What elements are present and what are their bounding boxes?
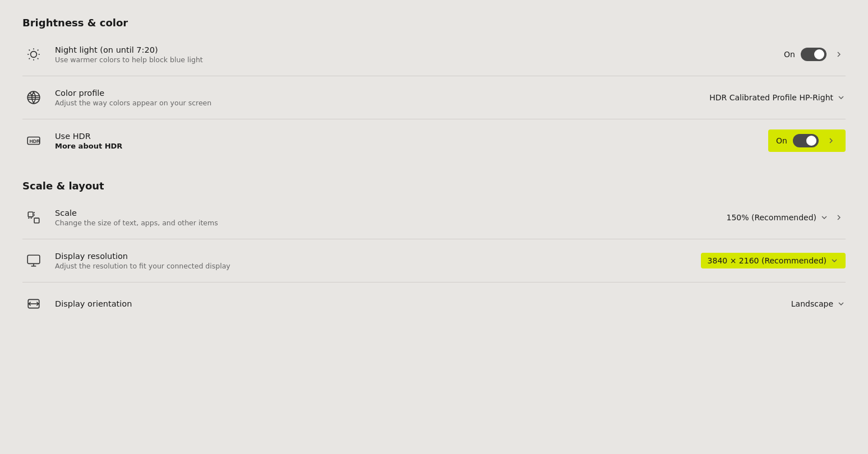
display-orientation-arrow[interactable] xyxy=(837,299,846,308)
brightness-color-title: Brightness & color xyxy=(22,17,846,29)
color-profile-item: Color profile Adjust the way colors appe… xyxy=(22,76,846,119)
hdr-text: Use HDR More about HDR xyxy=(55,132,758,150)
display-resolution-icon xyxy=(22,249,45,272)
display-resolution-item: Display resolution Adjust the resolution… xyxy=(22,239,846,282)
scale-settings-list: Scale Change the size of text, apps, and… xyxy=(22,196,846,325)
hdr-desc[interactable]: More about HDR xyxy=(55,142,758,150)
scale-desc: Change the size of text, apps, and other… xyxy=(55,219,716,227)
display-orientation-label: Display orientation xyxy=(55,299,781,308)
display-orientation-text: Display orientation xyxy=(55,299,781,308)
scale-icon xyxy=(22,206,45,229)
scale-label: Scale xyxy=(55,209,716,217)
display-orientation-control: Landscape xyxy=(791,299,846,308)
svg-rect-17 xyxy=(27,255,40,263)
svg-line-7 xyxy=(29,58,30,59)
night-light-item: Night light (on until 7:20) Use warmer c… xyxy=(22,33,846,76)
scale-item: Scale Change the size of text, apps, and… xyxy=(22,196,846,239)
svg-line-8 xyxy=(38,50,39,51)
display-orientation-item: Display orientation Landscape xyxy=(22,282,846,325)
hdr-label: Use HDR xyxy=(55,132,758,141)
scale-value: 150% (Recommended) xyxy=(726,213,816,222)
display-orientation-icon xyxy=(22,293,45,315)
color-profile-text: Color profile Adjust the way colors appe… xyxy=(55,89,699,107)
display-resolution-label: Display resolution xyxy=(55,252,691,261)
night-light-text: Night light (on until 7:20) Use warmer c… xyxy=(55,45,774,64)
svg-rect-13 xyxy=(28,212,33,217)
night-light-control: On xyxy=(784,48,846,61)
color-profile-icon xyxy=(22,86,45,109)
night-light-icon xyxy=(22,43,45,66)
scale-arrow[interactable] xyxy=(820,213,829,222)
color-profile-arrow[interactable] xyxy=(837,93,846,102)
night-light-toggle[interactable] xyxy=(801,48,827,61)
hdr-icon: HDR xyxy=(22,129,45,152)
display-resolution-control: 3840 × 2160 (Recommended) xyxy=(701,253,846,268)
display-resolution-desc: Adjust the resolution to fit your connec… xyxy=(55,262,691,270)
hdr-toggle[interactable] xyxy=(793,134,819,147)
night-light-desc: Use warmer colors to help block blue lig… xyxy=(55,55,774,64)
hdr-control: On xyxy=(768,129,846,152)
scale-layout-section: Scale & layout Scale Change the size of … xyxy=(22,180,846,325)
color-profile-label: Color profile xyxy=(55,89,699,98)
scale-text: Scale Change the size of text, apps, and… xyxy=(55,209,716,227)
night-light-chevron[interactable] xyxy=(832,48,846,61)
display-resolution-text: Display resolution Adjust the resolution… xyxy=(55,252,691,270)
svg-line-9 xyxy=(30,93,32,95)
color-profile-control: HDR Calibrated Profile HP-Right xyxy=(709,93,846,102)
brightness-color-section: Brightness & color Night light (on unti xyxy=(22,17,846,162)
display-resolution-arrow[interactable] xyxy=(830,256,839,265)
color-profile-desc: Adjust the way colors appear on your scr… xyxy=(55,99,699,107)
scale-chevron[interactable] xyxy=(832,211,846,224)
svg-text:HDR: HDR xyxy=(29,138,40,144)
display-orientation-value: Landscape xyxy=(791,299,833,308)
hdr-chevron[interactable] xyxy=(824,134,838,147)
display-resolution-value: 3840 × 2160 (Recommended) xyxy=(708,256,827,265)
svg-rect-14 xyxy=(34,218,39,223)
night-light-label: Night light (on until 7:20) xyxy=(55,45,774,54)
resolution-highlight[interactable]: 3840 × 2160 (Recommended) xyxy=(701,253,846,268)
color-profile-value: HDR Calibrated Profile HP-Right xyxy=(709,93,833,102)
scale-control: 150% (Recommended) xyxy=(726,211,846,224)
svg-line-5 xyxy=(29,50,30,51)
use-hdr-item: HDR Use HDR More about HDR On xyxy=(22,119,846,162)
svg-point-0 xyxy=(31,52,37,58)
scale-layout-title: Scale & layout xyxy=(22,180,846,192)
night-light-toggle-label: On xyxy=(784,50,795,59)
hdr-toggle-label: On xyxy=(776,136,787,145)
brightness-settings-list: Night light (on until 7:20) Use warmer c… xyxy=(22,33,846,162)
svg-line-6 xyxy=(38,58,39,59)
